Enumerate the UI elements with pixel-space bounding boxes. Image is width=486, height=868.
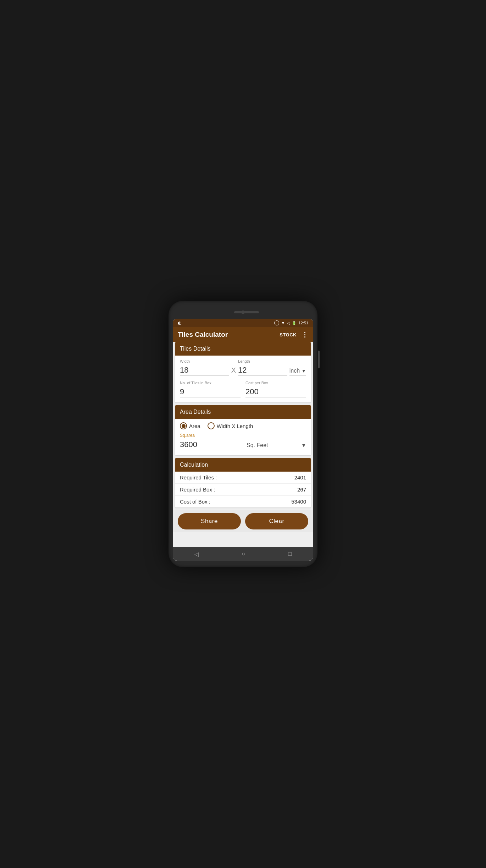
required-box-value: 267 <box>297 487 306 493</box>
length-group: Length <box>238 359 287 376</box>
tiles-in-box-group: No. of Tiles in Box <box>180 381 241 397</box>
share-button[interactable]: Share <box>178 513 241 529</box>
tiles-in-box-label: No. of Tiles in Box <box>180 381 241 385</box>
radio-row: Area Width X Length <box>180 422 306 429</box>
unit-selector[interactable]: inch ▼ <box>289 368 306 376</box>
nav-back-button[interactable]: ◁ <box>194 551 199 557</box>
cost-of-box-row: Cost of Box : 53400 <box>175 496 311 507</box>
tiles-in-box-input[interactable] <box>180 386 241 397</box>
cost-of-box-label: Cost of Box : <box>180 499 291 505</box>
no-icon: − <box>274 320 279 325</box>
status-left: ◐ <box>178 320 181 325</box>
tiles-details-body: Width X Length inch ▼ <box>175 356 311 402</box>
nav-bar: ◁ ○ □ <box>173 547 313 561</box>
speaker <box>234 311 259 313</box>
required-box-row: Required Box : 267 <box>175 484 311 496</box>
sq-feet-text: Sq. Feet <box>247 442 268 449</box>
stock-button[interactable]: STOCK <box>280 332 297 337</box>
radio-area-option[interactable]: Area <box>180 422 200 429</box>
unit-dropdown-arrow[interactable]: ▼ <box>301 368 306 374</box>
required-tiles-row: Required Tiles : 2401 <box>175 472 311 484</box>
status-left-icon: ◐ <box>178 320 181 325</box>
sq-feet-selector[interactable]: Sq. Feet ▼ <box>243 442 306 450</box>
radio-wxl-option[interactable]: Width X Length <box>208 422 253 429</box>
length-input[interactable] <box>238 365 287 376</box>
cost-per-box-label: Cost per Box <box>245 381 306 385</box>
sq-area-input[interactable] <box>180 439 239 450</box>
radio-wxl-circle[interactable] <box>208 422 215 429</box>
width-input[interactable] <box>180 365 229 376</box>
cost-per-box-input[interactable] <box>245 386 306 397</box>
radio-area-label: Area <box>189 423 200 429</box>
area-details-card: Area Details Area Width X Length <box>175 405 311 455</box>
side-buttons <box>318 351 320 368</box>
camera <box>241 311 245 314</box>
clear-button[interactable]: Clear <box>245 513 308 529</box>
sq-area-group: Sq.area <box>180 433 239 450</box>
area-details-header: Area Details <box>175 405 311 419</box>
phone-top <box>173 307 313 317</box>
tiles-details-header: Tiles Details <box>175 342 311 356</box>
tiles-cost-row: No. of Tiles in Box Cost per Box <box>180 381 306 397</box>
app-bar: Tiles Calculator STOCK ⋮ <box>173 327 313 342</box>
area-details-title: Area Details <box>180 409 211 415</box>
calculation-header: Calculation <box>175 458 311 472</box>
buttons-row: Share Clear <box>173 510 313 532</box>
nav-recents-button[interactable]: □ <box>288 551 292 557</box>
width-label: Width <box>180 359 229 363</box>
calculation-title: Calculation <box>180 462 208 468</box>
cost-per-box-group: Cost per Box <box>245 381 306 397</box>
app-title: Tiles Calculator <box>178 331 228 339</box>
nav-home-button[interactable]: ○ <box>242 551 245 557</box>
unit-text: inch <box>289 368 300 374</box>
multiply-icon: X <box>231 366 236 376</box>
signal-icon: ◁ <box>287 321 290 325</box>
wifi-icon: ▼ <box>281 321 285 325</box>
time: 12:51 <box>298 321 308 325</box>
phone-frame: ◐ − ▼ ◁ 🔋 12:51 Tiles Calculator STOCK ⋮ <box>169 301 317 567</box>
radio-area-circle[interactable] <box>180 422 187 429</box>
area-input-row: Sq.area Sq. Feet ▼ <box>180 433 306 450</box>
sq-feet-dropdown-arrow[interactable]: ▼ <box>301 443 306 448</box>
menu-button[interactable]: ⋮ <box>302 331 308 339</box>
area-details-body: Area Width X Length Sq.area <box>175 419 311 455</box>
radio-wxl-label: Width X Length <box>217 423 253 429</box>
tiles-details-card: Tiles Details Width X Length <box>175 342 311 402</box>
screen: ◐ − ▼ ◁ 🔋 12:51 Tiles Calculator STOCK ⋮ <box>173 319 313 561</box>
required-box-label: Required Box : <box>180 487 297 493</box>
required-tiles-value: 2401 <box>294 474 306 480</box>
status-bar: ◐ − ▼ ◁ 🔋 12:51 <box>173 319 313 327</box>
sq-area-label: Sq.area <box>180 433 239 438</box>
content-scroll: Tiles Details Width X Length <box>173 342 313 547</box>
calculation-card: Calculation Required Tiles : 2401 Requir… <box>175 458 311 507</box>
width-length-row: Width X Length inch ▼ <box>180 359 306 376</box>
status-right: − ▼ ◁ 🔋 12:51 <box>274 320 308 325</box>
required-tiles-label: Required Tiles : <box>180 474 294 480</box>
length-label: Length <box>238 359 287 363</box>
calculation-body: Required Tiles : 2401 Required Box : 267… <box>175 472 311 507</box>
battery-icon: 🔋 <box>292 321 296 325</box>
tiles-details-title: Tiles Details <box>180 346 211 352</box>
width-group: Width <box>180 359 229 376</box>
app-bar-actions: STOCK ⋮ <box>280 331 308 339</box>
cost-of-box-value: 53400 <box>291 499 306 505</box>
